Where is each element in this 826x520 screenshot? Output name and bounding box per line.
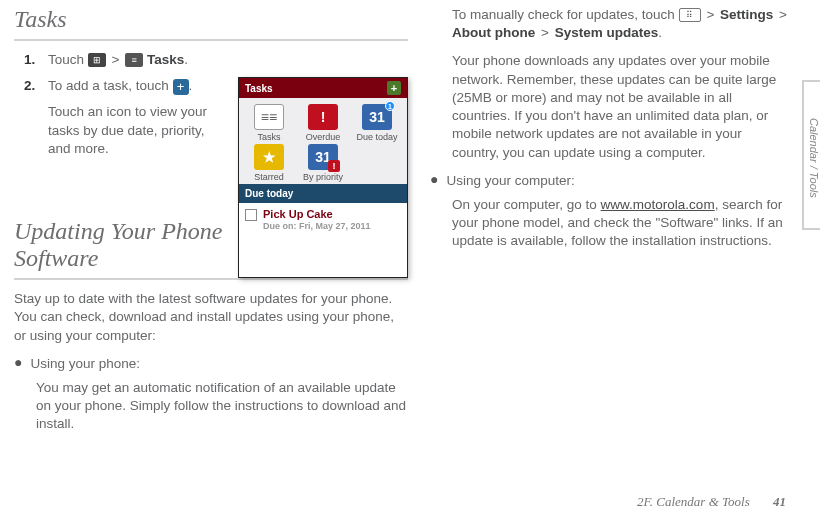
cell-label-1: Overdue — [297, 132, 349, 142]
step-num-1: 1. — [24, 51, 42, 69]
cell-duetoday: 31 1 Due today — [351, 104, 403, 142]
bullet-phone-body: You may get an automatic notification of… — [36, 379, 408, 434]
checkbox-icon — [245, 209, 257, 221]
cell-label-3: Starred — [243, 172, 295, 182]
cal-num-1: 31 — [369, 109, 385, 125]
bullet-phone: Using your phone: — [30, 355, 140, 373]
star-icon: ★ — [254, 144, 284, 170]
calendar-icon: 31 1 — [362, 104, 392, 130]
tasks-label: Tasks — [147, 52, 184, 67]
rule — [14, 39, 408, 41]
updating-intro: Stay up to date with the latest software… — [14, 290, 408, 345]
tasks-filter-grid: ≡≡ Tasks ! Overdue 31 1 Due today — [239, 98, 407, 184]
cell-starred: ★ Starred — [243, 144, 295, 182]
tasks-list-icon: ≡ — [125, 53, 143, 67]
tasks-app-screenshot: Tasks + ≡≡ Tasks ! Overdue 31 — [238, 77, 408, 278]
page-footer: 2F. Calendar & Tools 41 — [637, 494, 786, 510]
heading-tasks: Tasks — [14, 6, 408, 33]
gt-r2: > — [777, 7, 789, 22]
r3a: On your computer, go to — [452, 197, 601, 212]
cell-priority: 31 ! By priority — [297, 144, 349, 182]
download-note: Your phone downloads any updates over yo… — [452, 52, 790, 161]
cell-empty — [351, 144, 403, 182]
badge-icon: 1 — [385, 101, 395, 111]
menu-icon: ⠿ — [679, 8, 701, 22]
task-row: Pick Up Cake Due on: Fri, May 27, 2011 — [239, 203, 407, 240]
overdue-icon: ! — [308, 104, 338, 130]
step1-dot: . — [184, 52, 188, 67]
priority-overlay-icon: ! — [328, 160, 340, 172]
computer-body: On your computer, go to www.motorola.com… — [452, 196, 790, 251]
tasks-app-header: Tasks + — [239, 78, 407, 98]
sysupdates-label: System updates — [555, 25, 659, 40]
bullet-icon: ● — [14, 355, 22, 369]
add-plus-icon: + — [173, 79, 189, 95]
bullet-icon-2: ● — [430, 172, 438, 186]
step-1-text: Touch ⊞ > ≡ Tasks. — [48, 51, 408, 69]
priority-icon: 31 ! — [308, 144, 338, 170]
step2-dot: . — [189, 78, 193, 93]
cell-label-2: Due today — [351, 132, 403, 142]
settings-label: Settings — [720, 7, 773, 22]
gt-r1: > — [704, 7, 716, 22]
apps-grid-icon: ⊞ — [88, 53, 106, 67]
gt-1: > — [110, 52, 122, 67]
step-num-2: 2. — [24, 77, 42, 95]
footer-section: 2F. Calendar & Tools — [637, 494, 750, 509]
list-icon: ≡≡ — [254, 104, 284, 130]
tasks-app-title: Tasks — [245, 83, 273, 94]
footer-page: 41 — [773, 494, 786, 509]
tasks-add-icon: + — [387, 81, 401, 95]
motorola-link[interactable]: www.motorola.com — [601, 197, 715, 212]
step1-a: Touch — [48, 52, 88, 67]
gt-r3: > — [539, 25, 551, 40]
r1a: To manually check for updates, touch — [452, 7, 679, 22]
about-label: About phone — [452, 25, 535, 40]
cell-tasks: ≡≡ Tasks — [243, 104, 295, 142]
task-title: Pick Up Cake — [263, 208, 371, 221]
step-2-text: To add a task, touch +. — [48, 77, 228, 95]
side-tab: Calendar / Tools — [802, 80, 820, 230]
cell-label-4: By priority — [297, 172, 349, 182]
task-due: Due on: Fri, May 27, 2011 — [263, 221, 371, 232]
due-today-header: Due today — [239, 184, 407, 203]
cell-overdue: ! Overdue — [297, 104, 349, 142]
heading-updating: Updating Your Phone Software — [14, 218, 228, 272]
r1-dot: . — [658, 25, 662, 40]
step2-body: Touch an icon to view your tasks by due … — [48, 103, 228, 158]
manual-check: To manually check for updates, touch ⠿ >… — [452, 6, 790, 42]
step2-a: To add a task, touch — [48, 78, 173, 93]
rule-2 — [14, 278, 408, 280]
bullet-computer: Using your computer: — [446, 172, 574, 190]
cell-label-0: Tasks — [243, 132, 295, 142]
